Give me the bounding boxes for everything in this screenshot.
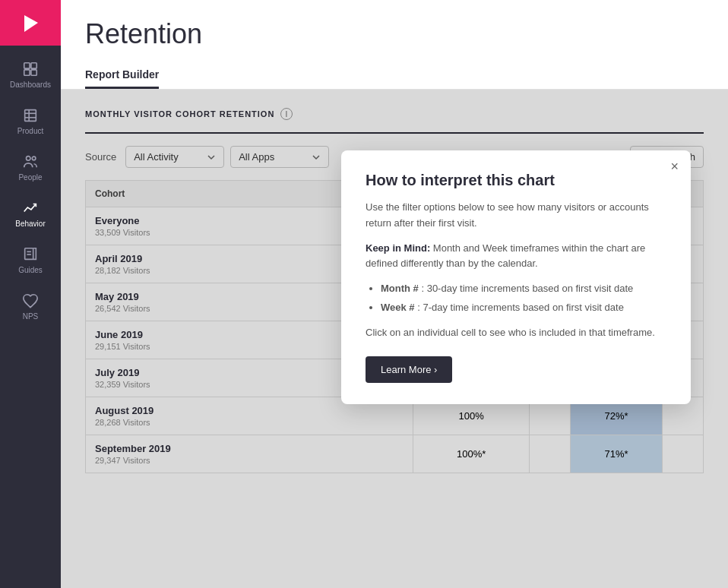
content-area: MONTHLY VISITOR COHORT RETENTION i Sourc… <box>61 90 728 588</box>
modal-bullet-1: Month # : 30-day time increments based o… <box>381 281 666 297</box>
sidebar-item-product-label: Product <box>17 127 43 135</box>
page-title: Retention <box>85 18 704 50</box>
sidebar-item-behavior-label: Behavior <box>15 220 45 228</box>
svg-point-10 <box>32 156 36 160</box>
modal-close-button[interactable]: × <box>670 160 679 173</box>
sidebar-item-nps[interactable]: NPS <box>0 283 61 330</box>
bullet-2-label: Week # <box>381 302 415 313</box>
sidebar-logo <box>0 0 61 46</box>
modal-bullet-2: Week # : 7-day time increments based on … <box>381 300 666 316</box>
modal-footer-text: Click on an individual cell to see who i… <box>366 325 666 341</box>
sidebar-item-product[interactable]: Product <box>0 98 61 144</box>
svg-rect-11 <box>25 248 33 260</box>
svg-rect-1 <box>24 63 30 68</box>
sidebar-item-guides[interactable]: Guides <box>0 237 61 283</box>
sidebar-item-dashboards[interactable]: Dashboards <box>0 52 61 98</box>
modal-bullet-list: Month # : 30-day time increments based o… <box>366 281 666 316</box>
bullet-1-text: : 30-day time increments based on first … <box>419 283 634 294</box>
tabs: Report Builder <box>85 62 704 89</box>
svg-rect-3 <box>24 70 30 75</box>
sidebar-nav: Dashboards Product People <box>0 46 61 330</box>
page-header: Retention Report Builder <box>61 0 728 90</box>
modal-keep-in-mind: Keep in Mind: Month and Week timeframes … <box>366 241 666 273</box>
modal-body: Use the filter options below to see how … <box>366 200 666 341</box>
svg-rect-5 <box>25 110 36 122</box>
sidebar-item-behavior[interactable]: Behavior <box>0 191 61 237</box>
learn-more-button[interactable]: Learn More › <box>366 356 452 383</box>
tab-report-builder[interactable]: Report Builder <box>85 62 159 89</box>
svg-marker-0 <box>24 15 38 32</box>
main-content: Retention Report Builder MONTHLY VISITOR… <box>61 0 728 588</box>
svg-rect-2 <box>31 63 36 68</box>
sidebar-item-dashboards-label: Dashboards <box>10 81 51 89</box>
svg-rect-4 <box>31 70 36 75</box>
sidebar-item-nps-label: NPS <box>23 312 39 321</box>
sidebar: Dashboards Product People <box>0 0 61 588</box>
sidebar-item-people[interactable]: People <box>0 144 61 191</box>
modal-intro: Use the filter options below to see how … <box>366 200 666 232</box>
modal-dialog: × How to interpret this chart Use the fi… <box>341 150 691 404</box>
sidebar-item-guides-label: Guides <box>18 266 43 274</box>
bullet-1-label: Month # <box>381 283 419 294</box>
bullet-2-text: : 7-day time increments based on first v… <box>415 302 624 313</box>
modal-title: How to interpret this chart <box>366 172 666 189</box>
keep-in-mind-label: Keep in Mind: <box>366 242 430 254</box>
sidebar-item-people-label: People <box>18 173 42 182</box>
modal-overlay: × How to interpret this chart Use the fi… <box>61 90 728 588</box>
svg-point-9 <box>27 156 31 161</box>
